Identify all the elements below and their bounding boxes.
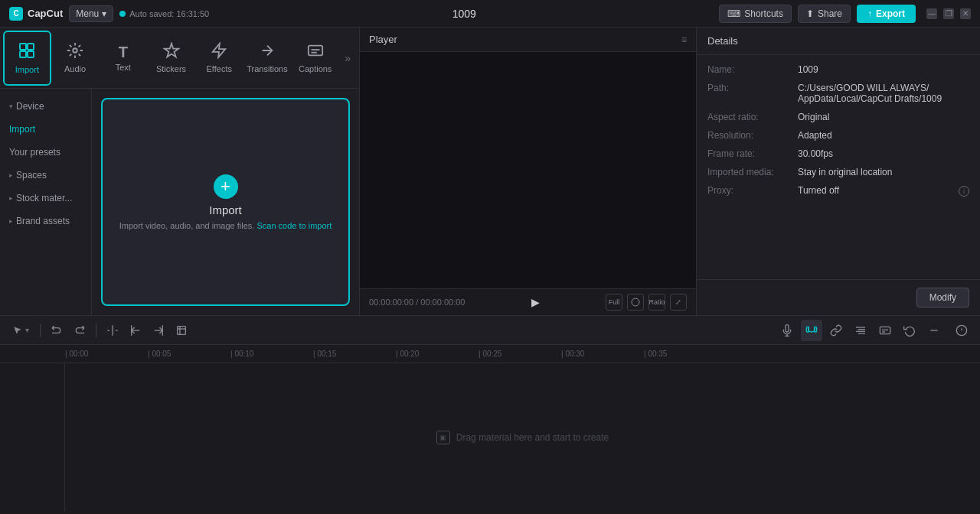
menu-label: Menu <box>76 8 99 19</box>
drag-hint: ▣ Drag material here and start to create <box>436 431 609 444</box>
effects-icon <box>211 42 227 61</box>
caption-tool-button[interactable] <box>874 320 896 341</box>
redo-button[interactable] <box>70 320 90 340</box>
magnet-button[interactable] <box>801 320 822 341</box>
detail-label-imported: Imported media: <box>707 167 792 177</box>
player-button-group: ▶ <box>527 294 544 311</box>
timeline-info-button[interactable] <box>951 320 972 341</box>
ruler-marks: | 00:00 | 00:05 | 00:10 | 00:15 | 00:20 … <box>65 350 980 358</box>
detail-label-resolution: Resolution: <box>707 130 792 141</box>
sidebar-item-stock[interactable]: ▸ Stock mater... <box>0 187 91 210</box>
toolbar-divider-1 <box>40 324 41 337</box>
toolbar-stickers[interactable]: Stickers <box>147 31 195 86</box>
sidebar-item-presets[interactable]: Your presets <box>0 141 91 164</box>
ruler-mark-3: | 00:15 <box>313 350 396 358</box>
sidebar-item-import[interactable]: Import <box>0 118 91 141</box>
toolbar-captions[interactable]: Captions <box>291 31 339 86</box>
player-header: Player ≡ <box>360 28 696 52</box>
titlebar-left: C CapCut Menu ▾ Auto saved: 16:31:50 <box>9 5 209 22</box>
captions-toolbar-label: Captions <box>299 64 332 73</box>
stickers-toolbar-label: Stickers <box>156 64 186 73</box>
device-label: Device <box>16 101 44 112</box>
restore-button[interactable]: ❐ <box>943 8 954 19</box>
detail-value-name: 1009 <box>798 64 969 75</box>
export-icon: ↑ <box>867 8 872 19</box>
sidebar-item-brand[interactable]: ▸ Brand assets <box>0 210 91 233</box>
share-button[interactable]: ⬆ Share <box>798 5 851 23</box>
crop-button[interactable] <box>172 320 191 340</box>
project-name: 1009 <box>452 8 476 20</box>
share-label: Share <box>818 8 842 19</box>
ratio-label-btn[interactable]: Ratio <box>648 294 665 311</box>
export-label: Export <box>876 8 905 19</box>
toolbar-text[interactable]: T Text <box>99 31 147 86</box>
sidebar-item-device[interactable]: ▾ Device <box>0 95 91 118</box>
spaces-arrow-icon: ▸ <box>9 171 13 179</box>
details-header: Details <box>697 28 980 55</box>
modify-button[interactable]: Modify <box>916 288 969 307</box>
expand-btn[interactable]: ⤢ <box>670 294 687 311</box>
zoom-out-button[interactable] <box>923 320 945 341</box>
proxy-info-icon[interactable]: i <box>959 186 969 197</box>
shortcuts-button[interactable]: ⌨ Shortcuts <box>719 5 792 23</box>
toolbar-effects[interactable]: Effects <box>195 31 243 86</box>
player-menu-icon[interactable]: ≡ <box>681 34 687 45</box>
category-sidebar: ▾ Device Import Your presets ▸ Spaces ▸ … <box>0 89 92 315</box>
ratio-btn[interactable] <box>627 294 644 311</box>
ruler-mark-2: | 00:10 <box>230 350 313 358</box>
shortcuts-label: Shortcuts <box>744 8 783 19</box>
split-button[interactable] <box>103 320 122 340</box>
toolbar-expand-button[interactable]: » <box>339 49 356 67</box>
player-panel: Player ≡ 00:00:00:00 / 00:00:00:00 ▶ Ful… <box>360 28 697 315</box>
mic-button[interactable] <box>776 320 798 341</box>
align-button[interactable] <box>850 320 871 341</box>
svg-point-9 <box>632 298 639 306</box>
left-panel: Import Audio T Text <box>0 28 360 315</box>
timeline-tracks[interactable]: ▣ Drag material here and start to create <box>65 363 980 511</box>
close-button[interactable]: ✕ <box>960 8 971 19</box>
minimize-button[interactable]: — <box>926 8 937 19</box>
import-drop-zone[interactable]: + Import Import video, audio, and image … <box>101 98 350 306</box>
detail-row-name: Name: 1009 <box>707 64 969 75</box>
scan-code-link[interactable]: Scan code to import <box>256 221 332 230</box>
toolbar-import[interactable]: Import <box>3 31 51 86</box>
select-tool-button[interactable]: ▾ <box>8 323 34 338</box>
player-view-controls: Full Ratio ⤢ <box>606 294 687 311</box>
logo-icon: C <box>9 7 23 21</box>
import-subtitle-text: Import video, audio, and image files. <box>119 221 255 230</box>
top-section: Import Audio T Text <box>0 28 980 315</box>
detail-value-imported: Stay in original location <box>798 167 969 177</box>
window-controls: — ❐ ✕ <box>926 8 971 19</box>
detail-label-name: Name: <box>707 64 792 75</box>
device-arrow-icon: ▾ <box>9 102 13 110</box>
toolbar-audio[interactable]: Audio <box>51 31 100 86</box>
drag-hint-text: Drag material here and start to create <box>456 432 609 443</box>
import-toolbar-icon <box>18 41 36 62</box>
play-button[interactable]: ▶ <box>527 294 544 311</box>
link-media-button[interactable] <box>825 320 847 341</box>
media-toolbar: Import Audio T Text <box>0 28 359 89</box>
player-controls: 00:00:00:00 / 00:00:00:00 ▶ Full Ratio ⤢ <box>360 288 696 315</box>
sidebar-item-spaces[interactable]: ▸ Spaces <box>0 164 91 187</box>
fullscreen-btn[interactable]: Full <box>606 294 622 311</box>
import-toolbar-label: Import <box>15 65 39 74</box>
trim-right-button[interactable] <box>149 320 168 340</box>
ruler-mark-6: | 00:30 <box>561 350 644 358</box>
undo-audio-button[interactable] <box>899 320 920 341</box>
ruler-mark-1: | 00:05 <box>148 350 230 358</box>
trim-left-button[interactable] <box>126 320 145 340</box>
detail-value-resolution: Adapted <box>798 130 969 141</box>
detail-value-proxy: Turned off <box>798 185 952 196</box>
toolbar-divider-2 <box>96 324 96 337</box>
svg-rect-17 <box>178 326 186 334</box>
detail-row-imported: Imported media: Stay in original locatio… <box>707 167 969 177</box>
toolbar-transitions[interactable]: Transitions <box>243 31 292 86</box>
ruler-mark-0: | 00:00 <box>65 350 148 358</box>
undo-button[interactable] <box>47 320 67 340</box>
player-viewport <box>360 52 696 288</box>
transitions-icon <box>259 42 276 61</box>
export-button[interactable]: ↑ Export <box>857 5 916 23</box>
stickers-icon <box>163 42 180 61</box>
player-title: Player <box>369 34 397 45</box>
menu-button[interactable]: Menu ▾ <box>69 5 113 22</box>
